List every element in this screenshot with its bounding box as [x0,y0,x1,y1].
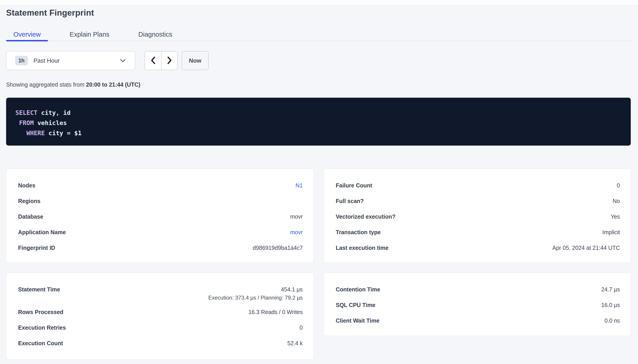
transaction-type-label: Transaction type [336,229,381,236]
full-scan-label: Full scan? [336,198,364,204]
nodes-label: Nodes [18,182,35,189]
time-nav-group [145,51,178,70]
tab-diagnostics-label: Diagnostics [139,31,172,38]
sql-indent [16,119,19,126]
detail-row-failure-count: Failure Count 0 [336,182,620,189]
statement-details-card: Nodes N1 Regions Database movr Applicati… [6,169,314,263]
details-cards-row: Nodes N1 Regions Database movr Applicati… [6,169,631,263]
statement-fingerprint-page: Statement Fingerprint Overview Explain P… [0,8,638,360]
rows-processed-label: Rows Processed [18,308,63,316]
sql-cpu-time-value: 16.0 µs [601,302,620,308]
contention-time-label: Contention Time [336,286,380,293]
fingerprint-id-label: Fingerprint ID [18,244,55,251]
sql-indent [16,130,27,136]
sql-keyword: FROM [19,119,34,126]
sql-text: city, id [38,109,71,116]
detail-row-nodes: Nodes N1 [18,182,303,189]
tab-overview-label: Overview [13,31,41,38]
wait-time-metrics-card: Contention Time 24.7 µs SQL CPU Time 16.… [324,273,631,336]
client-wait-time-value: 0.0 ns [604,317,620,324]
page-title: Statement Fingerprint [6,8,631,18]
tab-overview[interactable]: Overview [6,28,48,41]
stats-caption: Showing aggregated stats from 20:00 to 2… [6,81,631,88]
active-tab-underline [6,40,48,41]
execution-count-value: 52.4 k [287,340,303,346]
page-top-strip [0,0,638,5]
metric-row-statement-time: Statement Time 454.1 µs Execution: 373.4… [18,286,303,301]
metric-row-sql-cpu-time: SQL CPU Time 16.0 µs [336,302,620,308]
application-name-label: Application Name [18,229,66,236]
sql-line: FROM vehicles [16,118,622,128]
execution-attributes-card: Failure Count 0 Full scan? No Vectorized… [324,169,631,263]
statement-time-breakdown: Execution: 373.4 µs / Planning: 79.2 µs [208,294,303,301]
next-interval-button[interactable] [161,52,177,70]
vectorized-label: Vectorized execution? [336,213,395,220]
detail-row-full-scan: Full scan? No [336,198,620,204]
interval-badge: 1h [15,56,28,65]
rows-processed-value: 16.3 Reads / 0 Writes [248,308,303,316]
prev-interval-button[interactable] [145,52,161,70]
tab-explain-plans[interactable]: Explain Plans [63,28,117,41]
regions-label: Regions [18,198,41,204]
detail-row-transaction-type: Transaction type Implicit [336,229,620,236]
time-range-label: Past Hour [34,57,60,64]
sql-line: WHERE city = $1 [16,128,622,138]
sql-line: SELECT city, id [16,108,622,118]
sql-cpu-time-label: SQL CPU Time [336,302,376,308]
detail-row-regions: Regions [18,198,303,204]
metric-row-contention-time: Contention Time 24.7 µs [336,286,620,293]
metrics-cards-row: Statement Time 454.1 µs Execution: 373.4… [6,273,631,360]
transaction-type-value: Implicit [602,229,620,236]
metric-row-client-wait-time: Client Wait Time 0.0 ns [336,317,620,324]
statement-time-value: 454.1 µs Execution: 373.4 µs / Planning:… [208,286,303,301]
tab-explain-plans-label: Explain Plans [70,31,110,38]
time-controls: 1h Past Hour Now [6,51,631,70]
execution-retries-value: 0 [300,324,303,331]
failure-count-value: 0 [617,182,620,189]
sql-text: city = $1 [45,130,82,136]
fingerprint-id-value: d986919d9ba1a4c7 [253,244,303,251]
stats-caption-range: 20:00 to 21:44 (UTC) [86,82,140,88]
time-range-dropdown[interactable]: 1h Past Hour [6,51,135,70]
last-execution-time-value: Apr 05, 2024 at 21:44 UTC [552,244,620,251]
database-label: Database [18,213,43,220]
last-execution-time-label: Last execution time [336,244,388,251]
application-name-link[interactable]: movr [290,229,303,236]
metric-row-rows-processed: Rows Processed 16.3 Reads / 0 Writes [18,308,303,316]
contention-time-value: 24.7 µs [601,286,620,293]
execution-retries-label: Execution Retries [18,324,66,331]
sql-text: vehicles [34,119,67,126]
sql-statement-box: SELECT city, id FROM vehicles WHERE city… [6,98,631,146]
detail-row-application-name: Application Name movr [18,229,303,236]
failure-count-label: Failure Count [336,182,372,189]
sql-keyword: WHERE [27,130,45,136]
chevron-left-icon [151,56,156,65]
stats-caption-prefix: Showing aggregated stats from [6,82,86,88]
execution-count-label: Execution Count [18,340,63,346]
detail-row-last-execution-time: Last execution time Apr 05, 2024 at 21:4… [336,244,620,251]
sql-keyword: SELECT [16,109,38,116]
chevron-right-icon [167,56,172,65]
client-wait-time-label: Client Wait Time [336,317,379,324]
metric-row-execution-retries: Execution Retries 0 [18,324,303,331]
detail-row-vectorized: Vectorized execution? Yes [336,213,620,220]
tab-bar: Overview Explain Plans Diagnostics [6,28,631,41]
full-scan-value: No [613,198,620,204]
detail-row-database: Database movr [18,213,303,220]
detail-row-fingerprint-id: Fingerprint ID d986919d9ba1a4c7 [18,244,303,251]
database-value: movr [290,213,303,220]
vectorized-value: Yes [611,213,620,220]
statement-time-total: 454.1 µs [281,286,303,292]
now-button[interactable]: Now [182,51,209,70]
statement-metrics-card: Statement Time 454.1 µs Execution: 373.4… [6,273,314,360]
metric-row-execution-count: Execution Count 52.4 k [18,340,303,346]
tab-diagnostics[interactable]: Diagnostics [131,28,180,41]
chevron-down-icon [120,59,126,62]
statement-time-label: Statement Time [18,286,60,293]
nodes-link[interactable]: N1 [295,182,303,189]
